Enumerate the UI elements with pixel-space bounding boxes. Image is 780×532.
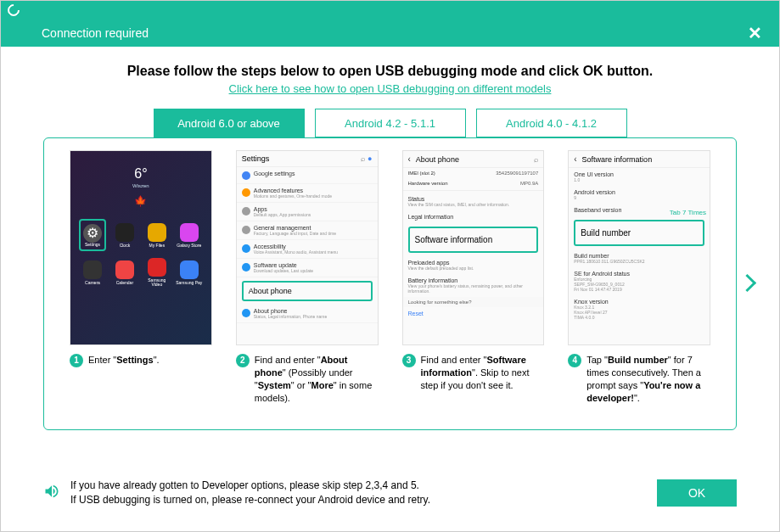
more-icon: ● (368, 154, 372, 163)
weather-temp: 6° (134, 166, 147, 182)
steps-row: 6° Wiszen 🍁 SettingsClockMy FilesGalaxy … (70, 150, 710, 404)
step-1: 6° Wiszen 🍁 SettingsClockMy FilesGalaxy … (70, 150, 212, 404)
section-row: Battery informationView your phone's bat… (403, 274, 544, 297)
build-number-highlight: Build number (574, 220, 704, 246)
step-3-text: Find and enter "Software information". S… (421, 354, 545, 392)
app-icon: Samsung Pay (176, 256, 203, 288)
footer-line1: If you have already gotten to Developer … (70, 479, 647, 493)
app-icon: Galaxy Store (176, 219, 203, 251)
app-grid: SettingsClockMy FilesGalaxy StoreCameraC… (70, 219, 211, 326)
ph2-title: Settings (242, 154, 358, 163)
settings-row: Google settings (237, 167, 378, 184)
app-icon: Clock (111, 219, 138, 251)
steps-panel: 6° Wiszen 🍁 SettingsClockMy FilesGalaxy … (43, 137, 737, 430)
settings-row: AppsDefault apps, App permissions (237, 203, 378, 221)
section-row: Legal information (403, 210, 544, 223)
step-4-text: Tap "Build number" for 7 times consecuti… (586, 354, 710, 404)
titlebar (1, 1, 779, 20)
dialog-header: Connection required ✕ (1, 20, 779, 47)
search-icon: ⌕ (534, 155, 538, 164)
dialog-content: Please follow the steps below to open US… (1, 47, 779, 430)
tab-row: Android 6.0 or above Android 4.2 - 5.1.1… (43, 109, 737, 137)
main-heading: Please follow the steps below to open US… (43, 64, 737, 79)
step-2-screenshot: Settings ⌕ ● Google settingsAdvanced fea… (236, 150, 379, 345)
settings-row: General managementFactory, Language and … (237, 221, 378, 240)
step-2-text: Find and enter "About phone" (Possibly u… (255, 354, 379, 404)
info-row: Build numberPPR1.180610.011.G9650ZCU5CSK… (569, 249, 710, 267)
dialog-title: Connection required (42, 26, 149, 40)
step-3: ‹ About phone ⌕ IMEI (slot 2)35425909119… (402, 150, 545, 404)
info-row: One UI version1.0 (569, 168, 710, 186)
ok-button[interactable]: OK (657, 479, 737, 507)
step-num-4: 4 (568, 354, 581, 367)
step-2: Settings ⌕ ● Google settingsAdvanced fea… (236, 150, 379, 404)
speaker-icon (43, 483, 60, 503)
app-icon: My Files (143, 219, 171, 251)
search-icon: ⌕ (361, 154, 365, 163)
back-icon: ‹ (574, 154, 576, 164)
step-1-text: Enter "Settings". (88, 354, 160, 367)
info-row: Knox versionKnox 3.2.1 Knox API level 27… (569, 295, 710, 323)
reset-link: Reset (403, 307, 544, 320)
tab-android-4-0[interactable]: Android 4.0 - 4.1.2 (476, 109, 627, 137)
back-icon: ‹ (408, 154, 411, 164)
step-num-2: 2 (236, 354, 250, 367)
weather-city: Wiszen (132, 183, 149, 188)
step-4-desc: 4 Tap "Build number" for 7 times consecu… (568, 354, 710, 404)
tab-7-note: Tab 7 Times (670, 209, 706, 216)
ph3-title: About phone (416, 155, 531, 164)
step-3-screenshot: ‹ About phone ⌕ IMEI (slot 2)35425909119… (402, 150, 545, 345)
app-icon: Camera (79, 256, 106, 288)
close-icon[interactable]: ✕ (748, 23, 762, 43)
ph4-title: Software information (582, 155, 704, 164)
tab-android-4-2[interactable]: Android 4.2 - 5.1.1 (315, 109, 466, 137)
leaf-icon: 🍁 (134, 195, 147, 207)
kv-row: Hardware versionMP0.9A (403, 178, 544, 188)
step-1-desc: 1 Enter "Settings". (70, 354, 212, 367)
info-row: SE for Android statusEnforcing SEPF_SM-G… (569, 267, 710, 295)
settings-row: Advanced featuresMotions and gestures, O… (237, 184, 378, 203)
settings-row: AccessibilityVoice Assistant, Mono audio… (237, 240, 378, 259)
footer-line2: If USB debugging is turned on, please re… (70, 493, 647, 507)
help-link[interactable]: Click here to see how to open USB debugg… (43, 82, 737, 95)
tab-android-6[interactable]: Android 6.0 or above (154, 109, 305, 137)
app-icon: Samsung Video (143, 256, 171, 288)
step-4-screenshot: ‹ Software information One UI version1.0… (568, 150, 710, 345)
info-icon (242, 309, 250, 317)
step-4: ‹ Software information One UI version1.0… (568, 150, 710, 404)
footer: If you have already gotten to Developer … (43, 479, 737, 507)
about-phone-highlight: About phone (242, 281, 373, 301)
info-row: Android version9 (569, 186, 710, 204)
app-icon: Settings (79, 219, 106, 251)
app-icon: Calendar (111, 256, 138, 288)
ph2-bottom: About phone Status, Legal information, P… (237, 305, 378, 323)
step-num-1: 1 (70, 354, 83, 367)
step-2-desc: 2 Find and enter "About phone" (Possibly… (236, 354, 379, 404)
looking-text: Looking for something else? (403, 297, 544, 307)
step-num-3: 3 (402, 354, 416, 367)
section-row: StatusView the SIM card status, IMEI, an… (403, 193, 544, 210)
app-logo-icon (5, 2, 22, 19)
step-1-screenshot: 6° Wiszen 🍁 SettingsClockMy FilesGalaxy … (70, 150, 212, 345)
kv-row: IMEI (slot 2)354259091197107 (403, 168, 544, 178)
settings-row: Software updateDownload updates, Last up… (237, 259, 378, 277)
next-page-icon[interactable] (741, 277, 756, 292)
dialog-window: Connection required ✕ Please follow the … (0, 0, 780, 532)
section-row: Preloaded appsView the default preloaded… (403, 256, 544, 274)
software-info-highlight: Software information (408, 227, 539, 253)
footer-text: If you have already gotten to Developer … (70, 479, 647, 507)
step-3-desc: 3 Find and enter "Software information".… (402, 354, 545, 392)
